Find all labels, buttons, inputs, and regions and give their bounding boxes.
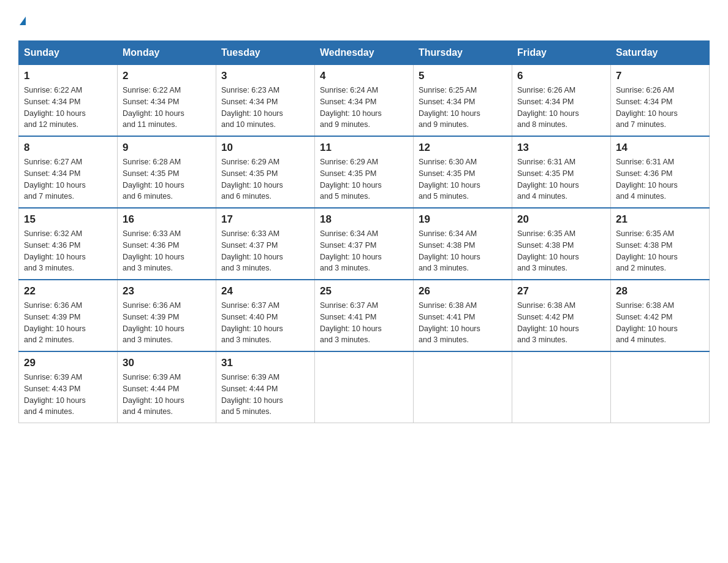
day-info: Sunrise: 6:33 AMSunset: 4:37 PMDaylight:… — [221, 228, 309, 274]
calendar-cell: 2Sunrise: 6:22 AMSunset: 4:34 PMDaylight… — [118, 65, 216, 137]
day-info: Sunrise: 6:39 AMSunset: 4:44 PMDaylight:… — [221, 372, 309, 418]
day-number: 4 — [320, 70, 408, 82]
calendar-cell — [315, 351, 414, 423]
day-info: Sunrise: 6:27 AMSunset: 4:34 PMDaylight:… — [24, 156, 112, 202]
calendar-cell: 22Sunrise: 6:36 AMSunset: 4:39 PMDayligh… — [19, 280, 118, 351]
day-info: Sunrise: 6:26 AMSunset: 4:34 PMDaylight:… — [517, 85, 605, 131]
day-number: 28 — [616, 285, 704, 297]
calendar-cell: 27Sunrise: 6:38 AMSunset: 4:42 PMDayligh… — [512, 280, 611, 351]
calendar-cell: 8Sunrise: 6:27 AMSunset: 4:34 PMDaylight… — [19, 136, 118, 208]
page-header — [18, 12, 710, 28]
calendar-header-sunday: Sunday — [19, 41, 118, 65]
day-number: 20 — [517, 213, 605, 226]
calendar-cell: 30Sunrise: 6:39 AMSunset: 4:44 PMDayligh… — [118, 351, 216, 423]
calendar-cell: 4Sunrise: 6:24 AMSunset: 4:34 PMDaylight… — [315, 65, 414, 137]
calendar-week-row: 8Sunrise: 6:27 AMSunset: 4:34 PMDaylight… — [19, 136, 710, 208]
day-number: 14 — [616, 142, 704, 154]
day-number: 13 — [517, 142, 605, 154]
calendar-week-row: 29Sunrise: 6:39 AMSunset: 4:43 PMDayligh… — [19, 351, 710, 423]
calendar-cell: 1Sunrise: 6:22 AMSunset: 4:34 PMDaylight… — [19, 65, 118, 137]
calendar-cell: 13Sunrise: 6:31 AMSunset: 4:35 PMDayligh… — [512, 136, 611, 208]
day-info: Sunrise: 6:38 AMSunset: 4:42 PMDaylight:… — [616, 300, 704, 346]
day-info: Sunrise: 6:35 AMSunset: 4:38 PMDaylight:… — [517, 228, 605, 274]
calendar-header-friday: Friday — [512, 41, 611, 65]
calendar-cell: 21Sunrise: 6:35 AMSunset: 4:38 PMDayligh… — [611, 208, 710, 280]
day-number: 21 — [616, 213, 704, 226]
calendar-cell — [414, 351, 512, 423]
day-number: 12 — [419, 142, 507, 154]
day-number: 17 — [221, 213, 309, 226]
day-number: 30 — [123, 357, 211, 369]
day-number: 10 — [221, 142, 309, 154]
logo — [18, 12, 26, 28]
day-info: Sunrise: 6:29 AMSunset: 4:35 PMDaylight:… — [221, 156, 309, 202]
calendar-week-row: 1Sunrise: 6:22 AMSunset: 4:34 PMDaylight… — [19, 65, 710, 137]
day-info: Sunrise: 6:34 AMSunset: 4:38 PMDaylight:… — [419, 228, 507, 274]
calendar-cell — [611, 351, 710, 423]
calendar-header-thursday: Thursday — [414, 41, 512, 65]
calendar-cell: 29Sunrise: 6:39 AMSunset: 4:43 PMDayligh… — [19, 351, 118, 423]
day-info: Sunrise: 6:36 AMSunset: 4:39 PMDaylight:… — [123, 300, 211, 346]
calendar-cell: 6Sunrise: 6:26 AMSunset: 4:34 PMDaylight… — [512, 65, 611, 137]
calendar-cell: 10Sunrise: 6:29 AMSunset: 4:35 PMDayligh… — [216, 136, 315, 208]
day-number: 3 — [221, 70, 309, 82]
logo-top-line — [18, 12, 26, 28]
day-number: 9 — [123, 142, 211, 154]
day-number: 6 — [517, 70, 605, 82]
day-info: Sunrise: 6:28 AMSunset: 4:35 PMDaylight:… — [123, 156, 211, 202]
calendar-cell — [512, 351, 611, 423]
calendar-cell: 28Sunrise: 6:38 AMSunset: 4:42 PMDayligh… — [611, 280, 710, 351]
day-number: 31 — [221, 357, 309, 369]
calendar-cell: 17Sunrise: 6:33 AMSunset: 4:37 PMDayligh… — [216, 208, 315, 280]
calendar-cell: 24Sunrise: 6:37 AMSunset: 4:40 PMDayligh… — [216, 280, 315, 351]
day-number: 22 — [24, 285, 112, 297]
day-info: Sunrise: 6:24 AMSunset: 4:34 PMDaylight:… — [320, 85, 408, 131]
day-info: Sunrise: 6:22 AMSunset: 4:34 PMDaylight:… — [24, 85, 112, 131]
day-info: Sunrise: 6:35 AMSunset: 4:38 PMDaylight:… — [616, 228, 704, 274]
calendar-header-wednesday: Wednesday — [315, 41, 414, 65]
day-info: Sunrise: 6:23 AMSunset: 4:34 PMDaylight:… — [221, 85, 309, 131]
calendar-cell: 23Sunrise: 6:36 AMSunset: 4:39 PMDayligh… — [118, 280, 216, 351]
day-info: Sunrise: 6:25 AMSunset: 4:34 PMDaylight:… — [419, 85, 507, 131]
day-number: 8 — [24, 142, 112, 154]
calendar-header-tuesday: Tuesday — [216, 41, 315, 65]
calendar-header-saturday: Saturday — [611, 41, 710, 65]
day-number: 1 — [24, 70, 112, 82]
calendar-cell: 16Sunrise: 6:33 AMSunset: 4:36 PMDayligh… — [118, 208, 216, 280]
day-info: Sunrise: 6:22 AMSunset: 4:34 PMDaylight:… — [123, 85, 211, 131]
day-info: Sunrise: 6:39 AMSunset: 4:43 PMDaylight:… — [24, 372, 112, 418]
calendar-cell: 20Sunrise: 6:35 AMSunset: 4:38 PMDayligh… — [512, 208, 611, 280]
day-info: Sunrise: 6:26 AMSunset: 4:34 PMDaylight:… — [616, 85, 704, 131]
day-number: 18 — [320, 213, 408, 226]
calendar-header-row: SundayMondayTuesdayWednesdayThursdayFrid… — [19, 41, 710, 65]
day-info: Sunrise: 6:37 AMSunset: 4:40 PMDaylight:… — [221, 300, 309, 346]
day-number: 26 — [419, 285, 507, 297]
day-info: Sunrise: 6:32 AMSunset: 4:36 PMDaylight:… — [24, 228, 112, 274]
day-info: Sunrise: 6:38 AMSunset: 4:42 PMDaylight:… — [517, 300, 605, 346]
day-info: Sunrise: 6:34 AMSunset: 4:37 PMDaylight:… — [320, 228, 408, 274]
day-number: 23 — [123, 285, 211, 297]
calendar-cell: 19Sunrise: 6:34 AMSunset: 4:38 PMDayligh… — [414, 208, 512, 280]
calendar-cell: 26Sunrise: 6:38 AMSunset: 4:41 PMDayligh… — [414, 280, 512, 351]
calendar-table: SundayMondayTuesdayWednesdayThursdayFrid… — [18, 40, 710, 423]
day-number: 2 — [123, 70, 211, 82]
day-number: 15 — [24, 213, 112, 226]
day-number: 19 — [419, 213, 507, 226]
calendar-week-row: 15Sunrise: 6:32 AMSunset: 4:36 PMDayligh… — [19, 208, 710, 280]
day-info: Sunrise: 6:30 AMSunset: 4:35 PMDaylight:… — [419, 156, 507, 202]
day-number: 25 — [320, 285, 408, 297]
logo-triangle-icon — [20, 17, 26, 25]
day-number: 16 — [123, 213, 211, 226]
calendar-cell: 9Sunrise: 6:28 AMSunset: 4:35 PMDaylight… — [118, 136, 216, 208]
day-info: Sunrise: 6:37 AMSunset: 4:41 PMDaylight:… — [320, 300, 408, 346]
day-info: Sunrise: 6:33 AMSunset: 4:36 PMDaylight:… — [123, 228, 211, 274]
day-number: 27 — [517, 285, 605, 297]
day-number: 11 — [320, 142, 408, 154]
calendar-week-row: 22Sunrise: 6:36 AMSunset: 4:39 PMDayligh… — [19, 280, 710, 351]
calendar-header-monday: Monday — [118, 41, 216, 65]
day-number: 29 — [24, 357, 112, 369]
calendar-cell: 18Sunrise: 6:34 AMSunset: 4:37 PMDayligh… — [315, 208, 414, 280]
calendar-cell: 15Sunrise: 6:32 AMSunset: 4:36 PMDayligh… — [19, 208, 118, 280]
calendar-cell: 11Sunrise: 6:29 AMSunset: 4:35 PMDayligh… — [315, 136, 414, 208]
calendar-cell: 31Sunrise: 6:39 AMSunset: 4:44 PMDayligh… — [216, 351, 315, 423]
